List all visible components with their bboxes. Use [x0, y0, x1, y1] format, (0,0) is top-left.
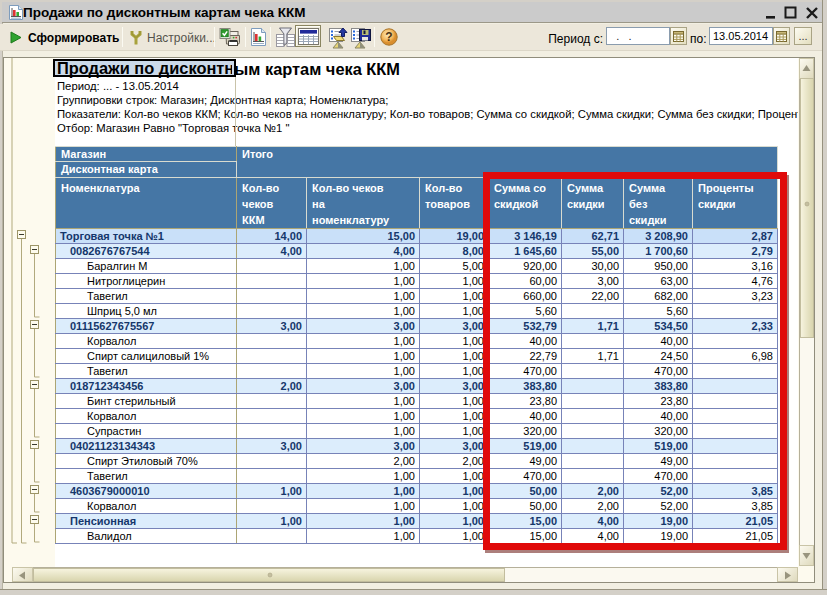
svg-text:?: ?: [385, 30, 392, 44]
